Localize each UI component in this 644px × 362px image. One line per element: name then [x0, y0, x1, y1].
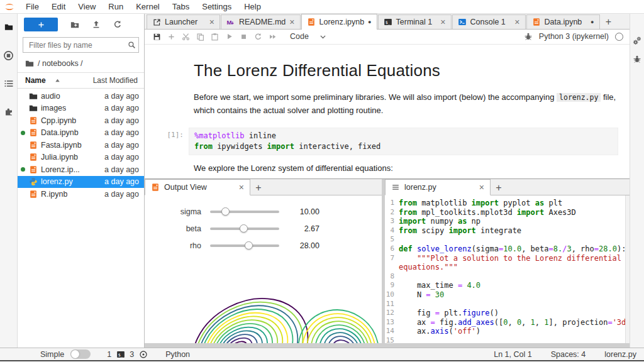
slider-handle[interactable] [221, 207, 230, 216]
menu-kernel[interactable]: Kernel [130, 2, 166, 11]
close-icon[interactable]: × [514, 18, 519, 26]
menu-help[interactable]: Help [238, 2, 267, 11]
file-row-images[interactable]: imagesa day ago [18, 102, 144, 115]
tab-lorenz-py[interactable]: lorenz.py × [385, 179, 491, 195]
slider-track[interactable] [210, 228, 279, 230]
tab-label: Console 1 [470, 18, 506, 26]
slider-handle[interactable] [245, 241, 253, 250]
file-row-cpp-ipynb[interactable]: Cpp.ipynba day ago [18, 114, 144, 127]
refresh-button[interactable] [107, 18, 128, 31]
activity-extensions[interactable] [3, 106, 14, 118]
kernel-status-icon[interactable] [615, 33, 623, 41]
column-header-name[interactable]: Name [25, 76, 60, 85]
menu-tabs[interactable]: Tabs [166, 2, 196, 11]
line-number: 12 [385, 309, 399, 318]
tab-data-ipynb[interactable]: Data.ipynb● [526, 14, 600, 29]
file-row-lorenz-py[interactable]: lorenz.pya day ago [18, 176, 144, 189]
file-row-lorenz-ip-[interactable]: Lorenz.ip...a day ago [18, 163, 144, 176]
menu-file[interactable]: File [19, 2, 45, 11]
file-name: images [41, 104, 66, 112]
activity-table-of-contents[interactable] [3, 78, 14, 89]
file-name: Data.ipynb [41, 128, 79, 137]
tab-output-view[interactable]: Output View × [145, 179, 250, 195]
interrupt-kernel-button[interactable] [236, 30, 251, 43]
save-button[interactable] [150, 30, 164, 43]
activity-running-sessions[interactable] [3, 50, 14, 61]
right-activity-bar [630, 14, 644, 348]
close-icon[interactable]: × [479, 183, 484, 192]
notebook-toolbar: Code Python 3 (ipykernel) [145, 30, 630, 45]
new-folder-button[interactable] [64, 18, 86, 31]
slider-track[interactable] [210, 211, 279, 213]
code-line: 5 [385, 235, 630, 244]
slider-handle[interactable] [240, 224, 248, 233]
close-icon[interactable]: × [289, 18, 294, 26]
file-row-fasta-ipynb[interactable]: Fasta.ipynba day ago [18, 139, 144, 151]
slider-value: 10.00 [288, 207, 319, 216]
tab-console-1[interactable]: Console 1× [452, 14, 526, 29]
close-icon[interactable]: × [440, 18, 445, 26]
line-number: 8 [385, 272, 399, 282]
close-icon[interactable]: × [239, 183, 244, 192]
kernel-name[interactable]: Python 3 (ipykernel) [539, 32, 609, 41]
simple-mode-toggle[interactable] [70, 349, 91, 359]
tab-launcher[interactable]: Launcher× [147, 14, 220, 29]
running-kernel-dot [20, 167, 26, 172]
debugger-bug-icon[interactable] [524, 32, 533, 41]
menu-edit[interactable]: Edit [45, 2, 72, 11]
add-tab-button[interactable]: + [491, 180, 507, 195]
code-cell-input[interactable]: %matplotlib inlinefrom ipywidgets import… [189, 128, 618, 155]
language-indicator[interactable]: Python [165, 350, 190, 359]
menu-settings[interactable]: Settings [196, 2, 238, 11]
tab-label: Lorenz.ipynb [319, 18, 365, 26]
code-line: 9 max_time = 4.0 [385, 281, 630, 290]
cursor-position[interactable]: Ln 1, Col 1 [494, 350, 531, 359]
file-row-r-ipynb[interactable]: R.ipynba day ago [18, 188, 144, 200]
text-file-icon [391, 183, 400, 192]
cut-cells-button[interactable] [179, 30, 193, 43]
tab-terminal-1[interactable]: $_Terminal 1× [378, 14, 452, 29]
add-tab-button[interactable]: + [601, 14, 617, 29]
menu-run[interactable]: Run [102, 2, 130, 11]
run-cell-button[interactable] [222, 30, 236, 43]
run-all-button[interactable] [265, 30, 280, 43]
restart-icon [254, 32, 263, 41]
right-bar-property-inspector[interactable] [632, 35, 642, 45]
lorenz-attractor-plot [145, 275, 382, 343]
code-editor[interactable]: 1from matplotlib import pyplot as plt2fr… [385, 195, 630, 343]
file-modified: a day ago [104, 190, 139, 199]
tab-label: Data.ipynb [545, 18, 582, 26]
folder-plus-icon [70, 20, 79, 29]
column-header-modified[interactable]: Last Modified [93, 76, 138, 85]
tab-lorenz-ipynb[interactable]: Lorenz.ipynb● [301, 14, 377, 30]
add-tab-button[interactable]: + [250, 180, 267, 195]
file-row-julia-ipynb[interactable]: Julia.ipynba day ago [18, 151, 144, 164]
file-row-audio[interactable]: audioa day ago [18, 90, 144, 102]
notebook-icon [29, 141, 38, 150]
restart-kernel-button[interactable] [251, 30, 265, 43]
close-icon[interactable]: × [209, 18, 214, 26]
slider-track[interactable] [210, 244, 279, 247]
upload-button[interactable] [86, 18, 107, 31]
output-view-panel: Output View × + sigma10.00beta2.67rho28.… [145, 179, 385, 343]
paste-cells-button[interactable] [208, 30, 222, 43]
new-launcher-button[interactable] [24, 18, 58, 31]
insert-cell-button[interactable] [164, 30, 179, 43]
output-view-tab-bar: Output View × + [145, 179, 382, 195]
session-counts[interactable]: 1 $_ 3 [107, 349, 148, 359]
filter-files-input[interactable] [28, 40, 128, 50]
editor-scrollbar[interactable] [625, 195, 630, 343]
cell-type-dropdown[interactable]: Code [290, 32, 328, 41]
right-bar-debugger[interactable] [632, 54, 642, 64]
copy-cells-button[interactable] [193, 30, 208, 43]
tab-readme-md[interactable]: MREADME.md× [221, 14, 301, 29]
indent-indicator[interactable]: Spaces: 4 [551, 350, 586, 359]
file-row-data-ipynb[interactable]: Data.ipynba day ago [18, 127, 144, 140]
slider-label: rho [162, 241, 201, 250]
code-text: ax = fig.add_axes([0, 0, 1, 1], projecti… [399, 318, 630, 327]
code-line: 3import numpy as np [385, 217, 630, 226]
menu-view[interactable]: View [72, 2, 102, 11]
breadcrumb[interactable]: / notebooks / [18, 54, 144, 72]
slider-value: 28.00 [288, 241, 319, 250]
activity-files[interactable] [3, 21, 14, 33]
